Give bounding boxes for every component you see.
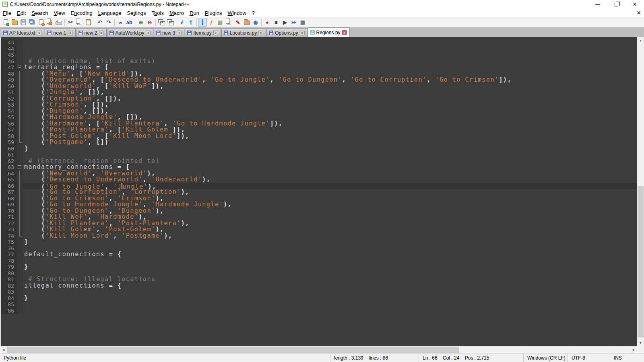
- scroll-right-button[interactable]: ▶: [630, 346, 637, 353]
- tab-items-py[interactable]: Items.pyx: [185, 28, 221, 37]
- horizontal-scrollbar[interactable]: ◀ ▶: [0, 346, 644, 353]
- undo-icon[interactable]: ↶: [95, 18, 104, 27]
- code-line[interactable]: [23, 46, 637, 52]
- macro-record-icon[interactable]: ●: [263, 18, 272, 27]
- code-area[interactable]: 43444546 # (Region name, list of exits)4…: [1, 37, 637, 346]
- menu-item-file[interactable]: File: [0, 10, 14, 16]
- show-all-characters-icon[interactable]: ¶: [186, 18, 195, 27]
- document-list-icon[interactable]: [225, 18, 233, 27]
- menu-item-run[interactable]: Run: [187, 10, 202, 16]
- project-panel-icon[interactable]: [242, 18, 251, 27]
- tab-close-icon[interactable]: x: [37, 31, 41, 35]
- function-list-icon[interactable]: ƒ: [207, 18, 216, 27]
- scroll-left-button[interactable]: ◀: [0, 346, 7, 353]
- restore-button[interactable]: [607, 0, 625, 9]
- menu-item-language[interactable]: Language: [95, 10, 124, 16]
- print-icon[interactable]: [54, 18, 63, 27]
- tab-close-icon[interactable]: x: [258, 31, 263, 35]
- code-line[interactable]: ('Crimson', []),: [23, 102, 637, 108]
- vertical-scrollbar-thumb[interactable]: [638, 186, 644, 337]
- tab-autoworld-py[interactable]: AutoWorld.pyx: [107, 28, 154, 37]
- menu-item-tools[interactable]: Tools: [149, 10, 167, 16]
- tab-ap-ideas-txt[interactable]: AP Ideas.txtx: [1, 28, 44, 37]
- menu-close-document-button[interactable]: ✕: [637, 10, 641, 16]
- tab-close-icon[interactable]: x: [342, 30, 347, 35]
- tab-close-icon[interactable]: x: [99, 31, 104, 35]
- copy-icon[interactable]: [75, 18, 84, 27]
- tab-close-icon[interactable]: x: [213, 31, 218, 35]
- save-icon[interactable]: [19, 18, 28, 27]
- tab-options-py[interactable]: Options.pyx: [266, 28, 307, 37]
- vertical-scrollbar[interactable]: ▲ ▼: [637, 37, 644, 346]
- zoom-in-icon[interactable]: ⊕: [136, 18, 145, 27]
- tab-close-icon[interactable]: x: [146, 31, 151, 35]
- horizontal-scrollbar-thumb[interactable]: [7, 347, 459, 353]
- tab-new-1[interactable]: new 1x: [45, 28, 75, 37]
- menu-item-edit[interactable]: Edit: [14, 10, 29, 16]
- open-file-icon[interactable]: [10, 18, 19, 27]
- code-line[interactable]: [23, 39, 637, 46]
- paste-icon[interactable]: [84, 18, 93, 27]
- code-line[interactable]: ('Corruption', []),: [23, 96, 637, 102]
- menu-item-macro[interactable]: Macro: [167, 10, 187, 16]
- menu-item-settings[interactable]: Settings: [124, 10, 149, 16]
- code-line[interactable]: ('Postgame', []): [23, 139, 637, 146]
- code-line[interactable]: }: [23, 264, 637, 270]
- tab-close-icon[interactable]: x: [177, 31, 182, 35]
- fold-collapse-icon[interactable]: [18, 165, 21, 169]
- cut-icon[interactable]: ✂: [66, 18, 75, 27]
- code-line[interactable]: ('Descend to Underworld', 'Underworld'),: [23, 177, 637, 183]
- code-line[interactable]: ]: [23, 239, 637, 245]
- sync-vertical-icon[interactable]: [157, 18, 166, 27]
- tab-close-icon[interactable]: x: [68, 31, 73, 35]
- macro-stop-icon[interactable]: ■: [272, 18, 281, 27]
- show-indent-guide-icon[interactable]: ┋: [198, 18, 207, 27]
- find-icon[interactable]: ∞: [116, 18, 125, 27]
- code-line[interactable]: ('Kill Moon Lord', 'Postgame'),: [23, 233, 637, 239]
- zoom-out-icon[interactable]: ⊖: [145, 18, 154, 27]
- replace-icon[interactable]: ab: [125, 18, 134, 27]
- minimize-button[interactable]: —: [588, 0, 607, 9]
- macro-play-icon[interactable]: ▶: [281, 18, 289, 27]
- code-line[interactable]: illegal_connections = {: [23, 283, 637, 289]
- fold-margin[interactable]: [17, 64, 23, 71]
- code-line[interactable]: ('Underworld', ['Kill WoF']),: [23, 83, 637, 90]
- new-file-icon[interactable]: [1, 18, 10, 27]
- word-wrap-icon[interactable]: ↲: [178, 18, 186, 27]
- code-line[interactable]: ('Post-Golem', ['Kill Moon Lord']),: [23, 133, 637, 140]
- save-all-icon[interactable]: [28, 18, 37, 27]
- scroll-down-button[interactable]: ▼: [637, 339, 644, 346]
- tab-new-2[interactable]: new 2x: [76, 28, 107, 37]
- code-line[interactable]: }: [23, 295, 637, 302]
- code-line[interactable]: [23, 308, 637, 314]
- macro-run-multiple-icon[interactable]: ▶▶: [289, 18, 298, 27]
- menu-item-encoding[interactable]: Encoding: [68, 10, 95, 16]
- menu-item-search[interactable]: Search: [29, 10, 51, 16]
- tab-close-icon[interactable]: x: [300, 31, 305, 35]
- monitoring-icon[interactable]: ◉: [251, 18, 260, 27]
- code-line[interactable]: [23, 301, 637, 308]
- tab-regions-py[interactable]: Regions.pyx: [308, 27, 350, 37]
- code-line[interactable]: [23, 289, 637, 295]
- redo-icon[interactable]: ↷: [104, 18, 113, 27]
- code-line[interactable]: ]: [23, 146, 637, 152]
- menu-item-plugins[interactable]: Plugins: [202, 10, 225, 16]
- folder-as-workspace-icon[interactable]: ✎: [233, 18, 242, 27]
- close-all-icon[interactable]: [45, 18, 54, 27]
- tab-new-3[interactable]: new 3x: [154, 28, 184, 37]
- code-line[interactable]: # (Region name, list of exits): [23, 58, 637, 65]
- document-map-icon[interactable]: ▧: [216, 18, 225, 27]
- close-button[interactable]: ✕: [625, 0, 644, 9]
- tab-locations-py[interactable]: Locations.pyx: [221, 28, 266, 37]
- menu-item-window[interactable]: Window: [225, 10, 249, 16]
- code-line[interactable]: default_connections = {: [23, 251, 637, 258]
- scroll-up-button[interactable]: ▲: [637, 37, 644, 44]
- menu-item-view[interactable]: View: [51, 10, 68, 16]
- code-line[interactable]: [23, 258, 637, 264]
- close-icon[interactable]: [37, 18, 45, 27]
- menu-item-[interactable]: ?: [249, 10, 258, 16]
- macro-save-icon[interactable]: ▦: [298, 18, 307, 27]
- editor[interactable]: 43444546 # (Region name, list of exits)4…: [0, 37, 644, 346]
- sync-horizontal-icon[interactable]: [166, 18, 175, 27]
- fold-margin[interactable]: [17, 164, 23, 171]
